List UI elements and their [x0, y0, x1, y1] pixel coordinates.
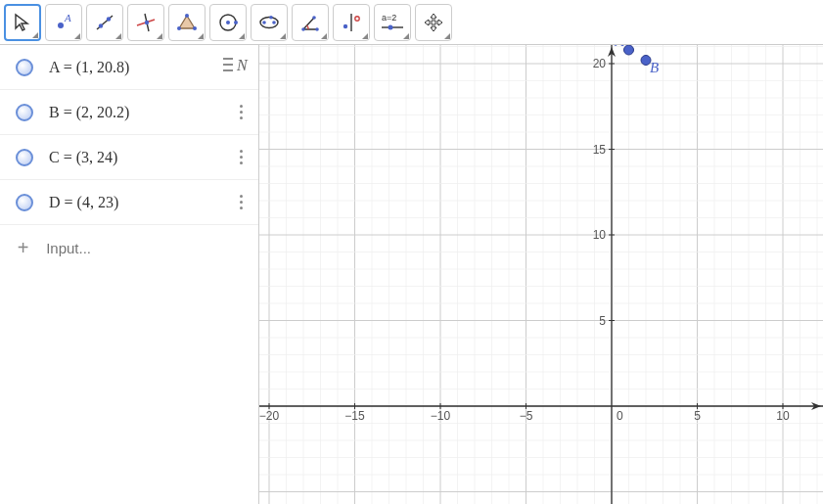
svg-point-26: [389, 24, 393, 29]
x-tick-label: −15: [344, 409, 365, 423]
algebra-input[interactable]: [46, 240, 251, 256]
algebra-row-D[interactable]: D = (4, 23): [0, 180, 258, 225]
plus-icon[interactable]: +: [16, 237, 30, 259]
coordinate-plane[interactable]: −20−15−10−50510510152025ABCD: [259, 45, 823, 504]
x-tick-label: 10: [776, 409, 790, 423]
row-menu[interactable]: [231, 150, 251, 164]
y-tick-label: 5: [599, 314, 606, 328]
y-tick-label: 10: [593, 228, 607, 242]
svg-point-12: [226, 21, 230, 24]
row-menu[interactable]: [231, 195, 251, 209]
svg-point-10: [177, 26, 181, 30]
tool-circle[interactable]: [209, 4, 247, 41]
point-label-A: A: [615, 45, 625, 49]
point-A[interactable]: [624, 45, 634, 55]
tool-perpendicular[interactable]: [127, 4, 164, 41]
svg-point-7: [145, 20, 149, 23]
svg-text:A: A: [64, 12, 71, 23]
y-tick-label: 15: [593, 143, 607, 157]
tool-point[interactable]: A: [45, 4, 82, 41]
svg-point-0: [58, 23, 64, 28]
sort-button[interactable]: N: [219, 51, 252, 78]
tool-angle[interactable]: [292, 4, 329, 41]
x-tick-label: −20: [259, 409, 280, 423]
svg-point-9: [193, 26, 197, 30]
toolbar: Aa=2: [0, 0, 823, 45]
graphics-view[interactable]: −20−15−10−50510510152025ABCD: [259, 45, 823, 504]
svg-point-3: [99, 23, 103, 27]
svg-point-22: [343, 23, 347, 27]
visibility-toggle[interactable]: [16, 149, 33, 166]
x-tick-label: 0: [617, 409, 623, 423]
x-tick-label: −10: [431, 409, 451, 423]
y-tick-label: 20: [593, 57, 607, 70]
svg-text:a=2: a=2: [382, 13, 396, 23]
svg-point-4: [107, 17, 111, 21]
algebra-expression: C = (3, 24): [49, 149, 231, 166]
svg-point-15: [262, 21, 266, 24]
point-label-B: B: [650, 60, 659, 75]
tool-move-view[interactable]: [415, 4, 452, 41]
svg-point-8: [185, 14, 189, 18]
svg-point-20: [312, 16, 316, 20]
tool-reflect[interactable]: [333, 4, 370, 41]
tool-slider[interactable]: a=2: [374, 4, 411, 41]
svg-point-23: [355, 16, 359, 20]
input-row: +: [0, 225, 258, 270]
main: N A = (1, 20.8)B = (2, 20.2)C = (3, 24)D…: [0, 45, 823, 504]
algebra-panel: N A = (1, 20.8)B = (2, 20.2)C = (3, 24)D…: [0, 45, 259, 504]
tool-move[interactable]: [4, 4, 41, 41]
svg-point-18: [301, 27, 305, 31]
tool-polygon[interactable]: [168, 4, 206, 41]
svg-point-19: [315, 27, 319, 31]
visibility-toggle[interactable]: [16, 59, 33, 76]
svg-point-13: [234, 21, 238, 24]
x-tick-label: −5: [520, 409, 533, 423]
row-menu[interactable]: [231, 105, 251, 119]
svg-point-16: [272, 21, 276, 24]
tool-line[interactable]: [86, 4, 123, 41]
algebra-expression: B = (2, 20.2): [49, 104, 231, 121]
algebra-row-B[interactable]: B = (2, 20.2): [0, 90, 258, 135]
visibility-toggle[interactable]: [16, 194, 33, 211]
algebra-expression: D = (4, 23): [49, 194, 231, 211]
svg-point-17: [269, 16, 273, 20]
svg-text:N: N: [236, 57, 249, 73]
tool-ellipse[interactable]: [251, 4, 288, 41]
x-tick-label: 5: [694, 409, 701, 423]
algebra-row-C[interactable]: C = (3, 24): [0, 135, 258, 180]
visibility-toggle[interactable]: [16, 104, 33, 121]
